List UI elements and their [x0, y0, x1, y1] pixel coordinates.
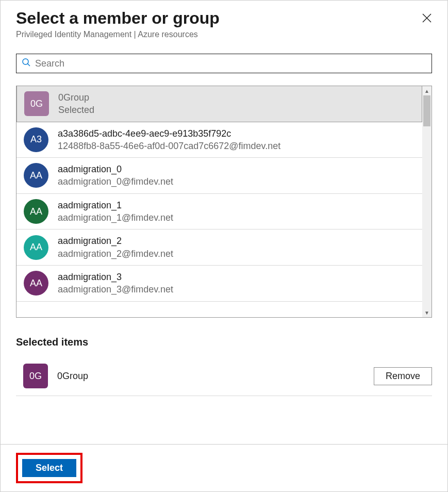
item-secondary: aadmigration_1@fimdev.net	[58, 211, 173, 224]
item-text: aadmigration_2 aadmigration_2@fimdev.net	[58, 235, 173, 260]
list-item[interactable]: A3 a3a386d5-adbc-4ee9-aec9-e913b35f792c …	[16, 122, 422, 158]
avatar: A3	[24, 127, 48, 152]
item-primary: aadmigration_3	[58, 271, 173, 283]
item-secondary: aadmigration_0@fimdev.net	[58, 175, 173, 188]
select-button[interactable]: Select	[22, 459, 76, 477]
item-primary: aadmigration_0	[58, 163, 173, 175]
item-primary: a3a386d5-adbc-4ee9-aec9-e913b35f792c	[58, 127, 280, 140]
list-item[interactable]: AA aadmigration_0 aadmigration_0@fimdev.…	[16, 158, 422, 194]
scroll-down-icon[interactable]: ▼	[422, 308, 432, 317]
avatar: 0G	[24, 91, 49, 116]
list-item[interactable]: 0G 0Group Selected	[16, 86, 422, 122]
selected-item-name: 0Group	[57, 371, 374, 382]
search-icon	[22, 58, 31, 69]
item-secondary: aadmigration_2@fimdev.net	[58, 248, 173, 260]
panel-header: Select a member or group Privileged Iden…	[1, 1, 447, 43]
scroll-thumb[interactable]	[423, 95, 430, 126]
item-text: a3a386d5-adbc-4ee9-aec9-e913b35f792c 124…	[58, 127, 280, 153]
panel-footer: Select	[1, 444, 447, 491]
member-list: 0G 0Group Selected A3 a3a386d5-adbc-4ee9…	[16, 86, 422, 317]
member-list-container: 0G 0Group Selected A3 a3a386d5-adbc-4ee9…	[16, 86, 432, 318]
search-input[interactable]	[35, 58, 426, 69]
panel-title: Select a member or group	[16, 9, 432, 28]
list-item[interactable]: AA aadmigration_3 aadmigration_3@fimdev.…	[16, 266, 422, 302]
avatar: 0G	[23, 364, 48, 388]
item-primary: 0Group	[58, 91, 94, 104]
item-text: aadmigration_0 aadmigration_0@fimdev.net	[58, 163, 173, 188]
item-text: aadmigration_1 aadmigration_1@fimdev.net	[58, 199, 173, 224]
item-secondary: Selected	[58, 104, 94, 116]
item-primary: aadmigration_1	[58, 199, 173, 211]
item-text: 0Group Selected	[58, 91, 94, 117]
selected-title: Selected items	[16, 336, 432, 348]
close-icon[interactable]	[422, 13, 432, 23]
svg-line-3	[28, 64, 30, 67]
remove-button[interactable]: Remove	[374, 367, 432, 385]
item-primary: aadmigration_2	[58, 235, 173, 247]
scroll-up-icon[interactable]: ▲	[422, 86, 432, 95]
avatar: AA	[24, 235, 48, 260]
svg-point-2	[23, 59, 28, 64]
item-text: aadmigration_3 aadmigration_3@fimdev.net	[58, 271, 173, 296]
selected-item: 0G 0Group Remove	[16, 360, 432, 396]
selected-section: Selected items 0G 0Group Remove	[16, 336, 432, 396]
select-highlight: Select	[16, 453, 82, 483]
avatar: AA	[24, 199, 48, 224]
item-secondary: aadmigration_3@fimdev.net	[58, 283, 173, 296]
scrollbar[interactable]: ▲ ▼	[422, 86, 432, 317]
list-item[interactable]: AA aadmigration_1 aadmigration_1@fimdev.…	[16, 194, 422, 230]
item-secondary: 12488fb8-8a55-46e6-af0d-007cad7c6672@fim…	[58, 140, 280, 152]
panel-subtitle: Privileged Identity Management | Azure r…	[16, 30, 432, 39]
list-item[interactable]: AA aadmigration_2 aadmigration_2@fimdev.…	[16, 229, 422, 266]
search-box[interactable]	[16, 54, 432, 73]
scroll-track[interactable]	[422, 95, 432, 308]
avatar: AA	[24, 163, 48, 188]
avatar: AA	[24, 271, 48, 296]
